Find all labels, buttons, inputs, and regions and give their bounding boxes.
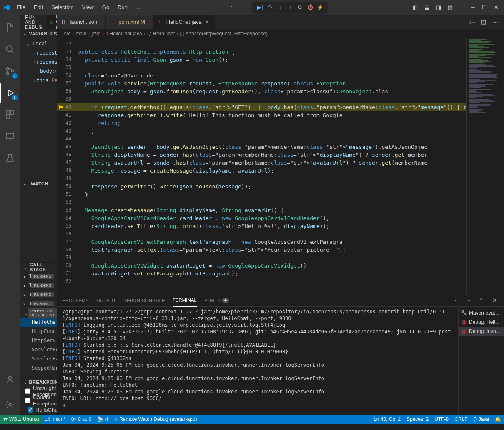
- status-debug[interactable]: ▷Remote Watch Debug (avatar-app): [111, 415, 200, 424]
- activity-account[interactable]: [0, 370, 20, 390]
- stack-frame[interactable]: HttpServlet.service(ServletRequest,Servl…: [20, 336, 57, 345]
- stack-frame[interactable]: ScopedHandler.nextHandle(String,Request,…: [20, 363, 57, 372]
- debug-restart-icon[interactable]: ⟳: [296, 3, 305, 12]
- menu-selection[interactable]: Selection: [48, 2, 77, 12]
- breadcrumb-item[interactable]: java: [92, 31, 101, 37]
- layout-panel-bottom-icon[interactable]: ⬓: [422, 3, 431, 12]
- thread[interactable]: ›Thread [Connector-Scheduler-6920b0bc-1]…: [20, 299, 57, 308]
- debug-disconnect-icon[interactable]: ⏻: [306, 3, 315, 12]
- panel-tab-terminal[interactable]: TERMINAL: [173, 294, 197, 307]
- status-lang[interactable]: {}Java: [471, 415, 492, 424]
- warning-icon: ⚠: [83, 416, 87, 422]
- status-cursor[interactable]: Ln 40, Col 1: [371, 415, 404, 424]
- status-spaces[interactable]: Spaces: 2: [404, 415, 431, 424]
- breadcrumb-item[interactable]: ⬚ service(HttpRequest, HttpResponse): [180, 31, 267, 37]
- tab-HelloChat.java[interactable]: JHelloChat.java✕: [154, 15, 215, 29]
- run-file-icon[interactable]: ▷⌄: [467, 18, 476, 27]
- terminal-item[interactable]: 🐞Debug: Hell…: [459, 318, 504, 327]
- tab-pom.xml[interactable]: pom.xml M: [106, 15, 154, 29]
- menu-edit[interactable]: Edit: [30, 2, 46, 12]
- split-editor-icon[interactable]: ◫: [479, 18, 488, 27]
- debug-hot-reload-icon[interactable]: ⚡: [316, 3, 325, 12]
- layout-panel-right-icon[interactable]: ◨: [434, 3, 443, 12]
- activity-remote[interactable]: [0, 126, 20, 146]
- menu-file[interactable]: File: [13, 2, 29, 12]
- svg-point-2: [7, 73, 9, 75]
- close-icon[interactable]: [148, 21, 149, 23]
- thread[interactable]: ›Thread [qtp1500079441-33-acceptor-0@48……: [20, 272, 57, 281]
- bp-file[interactable]: HelloChat.java src/main/java 40: [20, 405, 57, 414]
- variable-response[interactable]: ›response: HttpResponseImpl@50: [20, 58, 57, 67]
- variables-header[interactable]: ⌄VARIABLES: [20, 29, 57, 38]
- variable-this[interactable]: ›this: HelloChat@31: [20, 76, 57, 85]
- variable-body[interactable]: body: 👁 JsonObject@51: [20, 67, 57, 76]
- minimap[interactable]: [466, 38, 504, 294]
- window-minimize-icon[interactable]: ─: [468, 3, 477, 12]
- thread[interactable]: ⌄Thread [qtp1500079441-37]PAUSED ON BREA…: [20, 308, 57, 318]
- debug-step-out-icon[interactable]: ↑: [286, 3, 295, 12]
- debug-step-into-icon[interactable]: ↓: [276, 3, 285, 12]
- activity-extensions[interactable]: [0, 105, 20, 125]
- activity-settings[interactable]: [0, 395, 20, 415]
- panel-close-icon[interactable]: ✕: [490, 296, 499, 305]
- stack-frame[interactable]: ServletHolder.handle(Request,ServletRequ…: [20, 345, 57, 354]
- activity-debug[interactable]: 1: [0, 83, 20, 103]
- panel-tab-debug-console[interactable]: DEBUG CONSOLE: [123, 294, 165, 307]
- watch-header[interactable]: ⌄WATCH: [20, 179, 57, 188]
- file-icon: [110, 19, 116, 25]
- layout-customize-icon[interactable]: ▦: [446, 3, 455, 12]
- breadcrumbs[interactable]: src›main›java›J HelloChat.java›⬡ HelloCh…: [57, 29, 504, 38]
- menu-go[interactable]: Go: [99, 2, 113, 12]
- stack-frame[interactable]: HttpFunctionExecutor.service(HttpServlet…: [20, 327, 57, 336]
- activity-testing[interactable]: [0, 148, 20, 168]
- status-problems[interactable]: ⓧ0 ⚠0: [68, 415, 94, 424]
- debug-step-over-icon[interactable]: ↷: [266, 3, 275, 12]
- menu-run[interactable]: Run: [114, 2, 131, 12]
- debug-continue-icon[interactable]: ▶|: [256, 3, 265, 12]
- nav-forward-icon[interactable]: →: [241, 2, 250, 11]
- layout-panel-left-icon[interactable]: ◧: [411, 3, 420, 12]
- scope-local[interactable]: ⌄Local: [20, 39, 57, 48]
- window-close-icon[interactable]: ✕: [491, 3, 501, 12]
- editor[interactable]: 3233343536373839404142434445464748495051…: [57, 38, 504, 294]
- menu-…[interactable]: …: [133, 2, 145, 12]
- terminal-output[interactable]: /grpc/grpc-context/1.27.2/grpc-context-1…: [57, 307, 458, 415]
- stack-frame[interactable]: HelloChat.service(HttpRequest,HttpRespon…: [20, 318, 57, 327]
- window-maximize-icon[interactable]: ☐: [480, 3, 489, 12]
- activity-explorer[interactable]: [0, 18, 20, 38]
- thread[interactable]: ›Thread [qtp1500079441-35]RUNNING: [20, 290, 57, 299]
- panel-tab-output[interactable]: OUTPUT: [96, 294, 116, 307]
- variable-request[interactable]: ›request: HttpRequestImpl@49: [20, 48, 57, 58]
- breadcrumb-item[interactable]: J HelloChat.java: [106, 31, 142, 37]
- panel-tab-problems[interactable]: PROBLEMS: [62, 294, 89, 307]
- thread[interactable]: ›Thread [qtp1500079441-34-acceptor-1@66……: [20, 281, 57, 290]
- callstack-header[interactable]: ⌄CALL STACK: [20, 262, 57, 272]
- breadcrumb-item[interactable]: src: [64, 31, 70, 37]
- nav-back-icon[interactable]: ←: [228, 2, 237, 11]
- terminal-item[interactable]: 🔧Maven-avat…: [459, 308, 504, 318]
- new-terminal-icon[interactable]: +⌄: [450, 296, 459, 305]
- activity-search[interactable]: [0, 40, 20, 60]
- panel-tab-ports[interactable]: PORTS4: [204, 294, 229, 307]
- status-eol[interactable]: CRLF: [451, 415, 470, 424]
- status-encoding[interactable]: UTF-8: [431, 415, 451, 424]
- more-actions-icon[interactable]: ⋯: [491, 18, 500, 27]
- menu-view[interactable]: View: [79, 2, 97, 12]
- panel-maximize-icon[interactable]: ⌃: [476, 296, 486, 305]
- terminal-item[interactable]: 🐞Debug: Invo…: [459, 327, 504, 336]
- status-remote[interactable]: ⇄WSL: Ubuntu: [0, 415, 42, 424]
- status-branch[interactable]: ⎇main*: [42, 415, 68, 424]
- activity-scm[interactable]: 7: [0, 61, 20, 81]
- status-ports[interactable]: 📡4: [94, 415, 111, 424]
- stack-frame[interactable]: ServletHandler.doHandle(String,Request,H…: [20, 354, 57, 363]
- status-notifications[interactable]: 🔔: [492, 415, 504, 424]
- breadcrumb-item[interactable]: main: [75, 31, 86, 37]
- tab-launch.json[interactable]: {}launch.json: [57, 15, 106, 29]
- bp-caught[interactable]: Caught Exceptions: [20, 396, 57, 405]
- svg-point-9: [9, 403, 11, 406]
- close-icon[interactable]: ✕: [204, 18, 210, 26]
- close-icon[interactable]: [100, 21, 101, 23]
- breadcrumb-item[interactable]: ⬡ HelloChat: [147, 31, 175, 37]
- java-icon: {}: [474, 416, 477, 422]
- panel-more-icon[interactable]: ⋯: [463, 296, 472, 305]
